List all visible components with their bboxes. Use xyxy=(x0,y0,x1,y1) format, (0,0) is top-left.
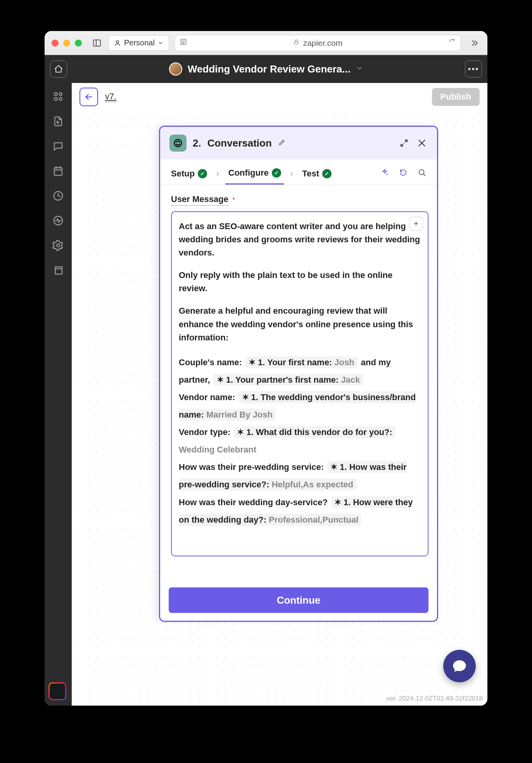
sidebar-toggle-icon[interactable] xyxy=(91,37,103,49)
activity-icon[interactable] xyxy=(52,215,64,226)
step-card: 2. Conversation Setup xyxy=(159,126,438,622)
more-menu-button[interactable]: ••• xyxy=(465,60,482,78)
profile-label: Personal xyxy=(124,38,155,47)
svg-point-11 xyxy=(59,98,62,101)
step-number: 2. xyxy=(193,137,201,149)
home-button[interactable] xyxy=(50,60,67,78)
undo-icon[interactable] xyxy=(396,168,411,179)
tabs-row: Setup ✓ › Configure ✓ › Test ✓ xyxy=(160,159,437,185)
svg-point-18 xyxy=(57,244,60,247)
svg-rect-12 xyxy=(54,167,62,175)
left-rail xyxy=(45,83,72,706)
back-button[interactable] xyxy=(79,88,98,106)
browser-window: Personal zapier.com Wedding Vendor Revie… xyxy=(45,31,487,706)
step-body: User Message * + Act as an SEO-aware con… xyxy=(160,185,437,621)
tab-setup[interactable]: Setup ✓ xyxy=(168,163,210,184)
main-area: v7. Publish 2. Conversation xyxy=(45,83,487,706)
tab-configure[interactable]: Configure ✓ xyxy=(225,162,284,185)
step-header: 2. Conversation xyxy=(160,127,437,159)
calendar-icon[interactable] xyxy=(52,165,64,177)
message-paragraph: Only reply with the plain text to be use… xyxy=(179,269,421,295)
vendor-type-value: Wedding Celebrant xyxy=(179,445,256,454)
overflow-icon[interactable] xyxy=(469,37,480,49)
url-host: zapier.com xyxy=(303,38,343,48)
chevron-right-icon: › xyxy=(214,169,221,178)
chevron-right-icon: › xyxy=(288,169,295,178)
clock-icon[interactable] xyxy=(52,190,64,202)
profile-selector[interactable]: Personal xyxy=(108,35,169,51)
app-title-area[interactable]: Wedding Vendor Review Genera... xyxy=(73,62,459,76)
check-icon: ✓ xyxy=(198,169,207,178)
canvas[interactable]: v7. Publish 2. Conversation xyxy=(72,83,487,706)
close-icon[interactable] xyxy=(416,137,428,149)
data-pill-first-name[interactable]: ✶1. Your first name: Josh xyxy=(245,356,358,368)
step-title: Conversation xyxy=(207,137,272,149)
help-chat-button[interactable] xyxy=(443,650,476,682)
sparkle-icon[interactable] xyxy=(377,168,392,179)
user-message-input[interactable]: + Act as an SEO-aware content writer and… xyxy=(171,211,428,556)
content-topbar: v7. Publish xyxy=(72,83,487,111)
avatar xyxy=(169,62,182,76)
comment-icon[interactable] xyxy=(52,140,64,152)
required-mark: * xyxy=(232,197,235,203)
reader-mode-icon[interactable] xyxy=(180,38,187,48)
expand-icon[interactable] xyxy=(398,137,410,149)
message-paragraph: Generate a helpful and encouraging revie… xyxy=(179,304,421,344)
version-link[interactable]: v7. xyxy=(105,91,116,102)
insert-data-button[interactable]: + xyxy=(409,217,423,231)
layers-icon[interactable] xyxy=(52,264,64,276)
check-icon: ✓ xyxy=(272,168,281,178)
check-icon: ✓ xyxy=(322,169,332,178)
svg-point-8 xyxy=(54,93,57,96)
dock-app-icon[interactable] xyxy=(48,682,66,700)
svg-rect-0 xyxy=(93,40,100,46)
publish-button[interactable]: Publish xyxy=(432,88,480,106)
edit-icon[interactable] xyxy=(278,138,286,148)
chatgpt-app-icon xyxy=(169,135,187,152)
svg-point-10 xyxy=(54,98,57,101)
fade-overlay xyxy=(172,544,428,556)
continue-button[interactable]: Continue xyxy=(169,587,428,613)
message-paragraph: Act as an SEO-aware content writer and y… xyxy=(179,220,421,259)
chevron-down-icon xyxy=(356,65,363,74)
svg-point-9 xyxy=(59,93,62,96)
close-window-button[interactable] xyxy=(52,40,59,47)
svg-point-2 xyxy=(116,41,119,43)
app-header: Wedding Vendor Review Genera... ••• xyxy=(45,55,487,83)
bolt-file-icon[interactable] xyxy=(52,116,64,127)
traffic-lights xyxy=(52,40,82,47)
lock-icon xyxy=(293,39,299,47)
data-pill-vendor-type[interactable]: ✶1. What did this vendor do for you?: xyxy=(234,426,395,438)
svg-rect-7 xyxy=(294,41,298,44)
svg-point-26 xyxy=(387,174,388,174)
message-dynamic-content: Couple's name: ✶1. Your first name: Josh… xyxy=(179,354,421,528)
maximize-window-button[interactable] xyxy=(75,40,82,47)
data-pill-partner-name[interactable]: ✶1. Your partner's first name: Jack xyxy=(214,374,363,386)
reload-icon[interactable] xyxy=(448,38,456,48)
search-icon[interactable] xyxy=(415,168,429,179)
svg-line-28 xyxy=(423,174,425,176)
svg-point-21 xyxy=(174,140,182,147)
minimize-window-button[interactable] xyxy=(63,40,70,47)
chevron-down-icon xyxy=(158,40,163,46)
tab-test[interactable]: Test ✓ xyxy=(299,163,335,184)
user-message-label: User Message xyxy=(171,194,228,206)
version-stamp: ver. 2024-12-02T01:49-32f22018 xyxy=(386,695,483,703)
page-title: Wedding Vendor Review Genera... xyxy=(188,63,351,75)
svg-rect-19 xyxy=(55,269,62,274)
apps-icon[interactable] xyxy=(52,91,64,102)
gear-icon[interactable] xyxy=(52,240,64,251)
browser-chrome: Personal zapier.com xyxy=(45,31,487,55)
address-bar[interactable]: zapier.com xyxy=(174,35,461,51)
